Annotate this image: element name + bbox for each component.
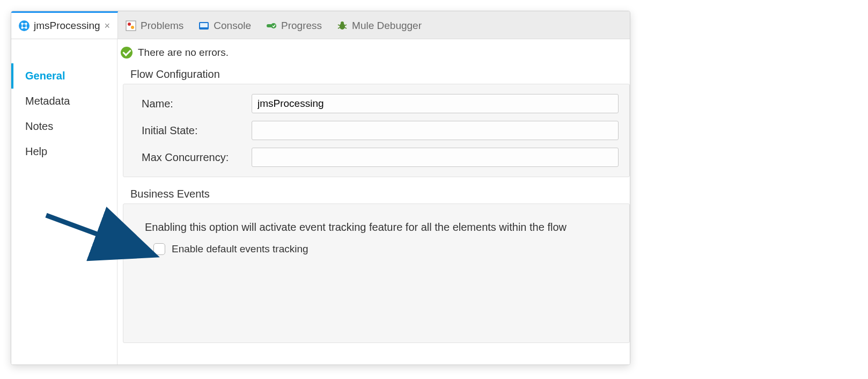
- sidebar-item-help[interactable]: Help: [11, 139, 117, 164]
- svg-point-6: [128, 23, 131, 26]
- debugger-icon: [337, 20, 348, 31]
- tab-label: Console: [214, 20, 251, 32]
- name-label: Name:: [142, 98, 252, 110]
- status-line: There are no errors.: [117, 39, 630, 64]
- initial-state-label: Initial State:: [142, 125, 252, 137]
- svg-rect-10: [202, 28, 205, 30]
- properties-window: jmsProcessing × Problems Console: [11, 11, 630, 365]
- svg-rect-9: [200, 23, 208, 27]
- svg-line-16: [338, 25, 340, 26]
- tab-problems[interactable]: Problems: [118, 11, 191, 39]
- sidebar: General Metadata Notes Help: [11, 39, 117, 365]
- close-icon[interactable]: ×: [105, 20, 111, 32]
- check-circle-icon: [121, 47, 133, 59]
- name-input[interactable]: [252, 94, 619, 113]
- console-icon: [198, 20, 209, 31]
- initial-state-row: Initial State:: [142, 121, 619, 140]
- tab-label: Mule Debugger: [352, 20, 422, 32]
- flow-config-box: Name: Initial State: Max Concurrency:: [123, 84, 630, 177]
- name-row: Name:: [142, 94, 619, 113]
- tab-progress[interactable]: Progress: [259, 11, 329, 39]
- svg-line-19: [344, 27, 347, 28]
- content-panel: There are no errors. Flow Configuration …: [117, 39, 630, 365]
- sidebar-item-label: Help: [25, 145, 47, 157]
- flow-config-title: Flow Configuration: [117, 64, 630, 83]
- business-events-box: Enabling this option will activate event…: [123, 203, 630, 343]
- svg-point-13: [271, 23, 276, 28]
- svg-point-7: [131, 26, 134, 29]
- tab-label: jmsProcessing: [34, 20, 100, 32]
- initial-state-input[interactable]: [252, 121, 619, 140]
- tab-bar: jmsProcessing × Problems Console: [11, 11, 630, 39]
- enable-tracking-checkbox[interactable]: [153, 243, 165, 255]
- max-concurrency-input[interactable]: [252, 148, 619, 167]
- status-message: There are no errors.: [138, 47, 229, 59]
- svg-point-15: [341, 21, 344, 25]
- svg-line-17: [344, 25, 347, 26]
- sidebar-item-label: General: [25, 70, 65, 82]
- max-concurrency-row: Max Concurrency:: [142, 148, 619, 167]
- svg-line-18: [338, 27, 340, 28]
- business-events-title: Business Events: [117, 184, 630, 202]
- sidebar-item-general[interactable]: General: [11, 63, 117, 89]
- tab-jmsprocessing[interactable]: jmsProcessing ×: [11, 11, 118, 39]
- flow-icon: [19, 20, 30, 31]
- progress-icon: [266, 20, 277, 31]
- tab-label: Progress: [281, 20, 322, 32]
- sidebar-item-label: Notes: [25, 120, 53, 132]
- main-area: General Metadata Notes Help There are no…: [11, 39, 630, 365]
- business-events-description: Enabling this option will activate event…: [142, 214, 619, 240]
- sidebar-item-label: Metadata: [25, 95, 70, 107]
- problems-icon: [126, 20, 136, 31]
- enable-tracking-row: Enable default events tracking: [142, 240, 619, 258]
- sidebar-item-notes[interactable]: Notes: [11, 114, 117, 139]
- tab-console[interactable]: Console: [191, 11, 259, 39]
- svg-rect-5: [126, 21, 136, 31]
- svg-point-0: [19, 20, 30, 31]
- tab-mule-debugger[interactable]: Mule Debugger: [329, 11, 429, 39]
- max-concurrency-label: Max Concurrency:: [142, 151, 252, 164]
- sidebar-item-metadata[interactable]: Metadata: [11, 89, 117, 114]
- tab-label: Problems: [141, 20, 183, 32]
- enable-tracking-label: Enable default events tracking: [172, 243, 308, 255]
